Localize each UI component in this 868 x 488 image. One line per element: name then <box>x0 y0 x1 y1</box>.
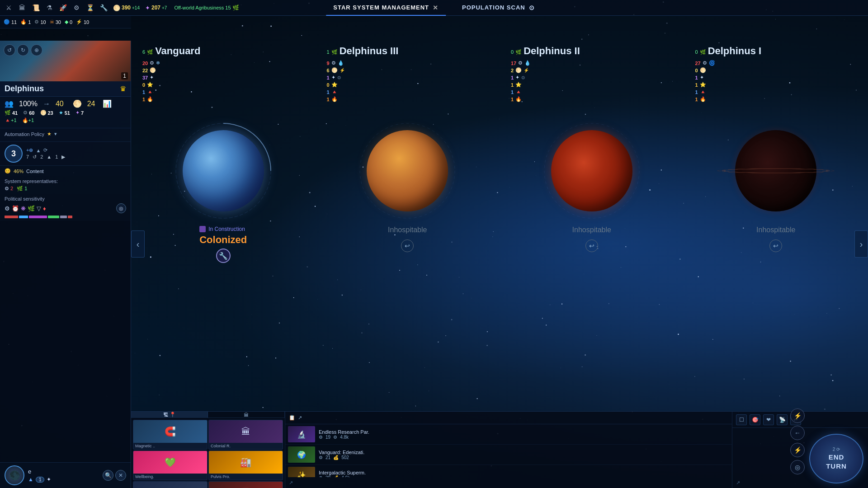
icon-flask[interactable]: ⚗ <box>44 3 54 13</box>
rsb-arrow-left[interactable]: ← <box>790 426 805 440</box>
stat-gear-val: 60 <box>29 110 34 116</box>
card-pulvis-label: Pulvis Pro. <box>209 474 283 480</box>
vanguard-name: Vanguard <box>155 45 200 57</box>
bm-expand-icon[interactable]: ↗ <box>298 415 302 421</box>
automation-text: Automation Policy <box>5 131 44 137</box>
delphinus2-sphere[interactable] <box>551 130 632 211</box>
rsb-lightning-2[interactable]: ⚡ <box>790 443 805 457</box>
automation-label: Automation Policy ★ ▾ <box>5 131 126 137</box>
card-bigdata[interactable]: 💾 Big Data S. <box>208 481 283 488</box>
delphinus1-sphere[interactable] <box>735 130 816 211</box>
delphinus3-name-row: 1 🌿 Delphinus III <box>327 45 399 59</box>
stat-energy: ⚡ 10 <box>76 19 89 25</box>
pol-seg-5 <box>60 216 67 218</box>
gear-val: 10 <box>40 19 46 25</box>
planet-column-delphinus3: 1 🌿 Delphinus III 9⚙💧 6🌕⚡ 1✦⊙ 0⭐ 1🔺 1🔥 I… <box>316 41 500 411</box>
icon-swords[interactable]: ⚔ <box>4 3 14 13</box>
bm-stat2-val-1: 4.8k <box>340 435 349 440</box>
main-content: 6 🌿 Vanguard 20⚙❄ 22🌕 37✦ 0⭐ 1🔺 1🔥 <box>131 41 868 411</box>
icon-building[interactable]: 🏛 <box>17 3 27 13</box>
turn-num: 2 ⟳ <box>833 447 840 452</box>
bottom-left-panel: 🏗📍 🏛 🧲 Magnetic .. 🏛 Colonial R. 💚 Wellb… <box>131 412 285 488</box>
gold-delta: +14 <box>132 5 140 10</box>
orbit-nav-1[interactable]: ↺ <box>4 44 15 56</box>
delphinus2-orbit <box>542 121 642 221</box>
bm-item-3[interactable]: ✨ Intergalactic Superm. ⚙ 39 💰 4.6k <box>285 465 732 477</box>
card-bigdata-img: 💾 <box>209 482 283 488</box>
morale-val: 24 <box>87 100 95 108</box>
icon-hourglass[interactable]: ⏳ <box>85 3 95 13</box>
system-reps-section: System representatives: ⚙ 2 🌿 1 <box>0 176 131 194</box>
pop-pct: 100% <box>19 100 38 108</box>
icon-settings[interactable]: ⚙ <box>71 3 81 13</box>
vanguard-stat-3: 37✦ <box>142 75 154 80</box>
end-turn-button[interactable]: 2 ⟳ END TURN <box>809 434 863 483</box>
icon-scroll[interactable]: 📜 <box>31 3 41 13</box>
br-tool-2[interactable]: 🎯 <box>750 414 760 425</box>
br-tool-1[interactable]: ☐ <box>736 414 747 425</box>
top-icons: ⚔ 🏛 📜 ⚗ 🚀 ⚙ ⏳ 🔧 <box>4 3 108 13</box>
bottom-tab-build[interactable]: 🏗📍 <box>131 412 208 418</box>
delphinus3-revert-btn[interactable]: ↩ <box>401 239 414 252</box>
avatar-search-btn[interactable]: 🔍 <box>103 470 113 481</box>
delphinus3-orbit <box>358 121 457 221</box>
bm-stat1-icon-2: ⚙ <box>319 455 323 460</box>
tab-star-system[interactable]: STAR SYSTEM MANAGEMENT ✕ <box>326 0 446 16</box>
bm-item-2[interactable]: 🌍 Vanguard: Edenizati. ⚙ 21 💰 502 <box>285 445 732 465</box>
happiness-label: Content <box>26 169 44 174</box>
bm-item-1[interactable]: 🔬 Endless Research Par. ⚙ 19 ⚙ 4.8k <box>285 424 732 445</box>
avatar-close-btn[interactable]: ✕ <box>115 470 126 481</box>
nav-left-button[interactable]: ‹ <box>131 230 145 258</box>
card-wellbeing-img: 💚 <box>133 451 207 474</box>
vanguard-stat-4: 0⭐ <box>142 82 153 88</box>
pol-seg-2 <box>19 216 28 218</box>
delphinus3-sphere[interactable] <box>367 130 448 211</box>
nav-right-button[interactable]: › <box>854 230 868 258</box>
delphinus1-revert-btn[interactable]: ↩ <box>769 239 782 252</box>
pol-icon-3: ❋ <box>21 205 26 212</box>
queue-row2: 7 ↺ 2 ▲ 1 ▶ <box>26 154 65 160</box>
icon-wrench[interactable]: 🔧 <box>99 3 108 13</box>
queue-arrows-val: 7 <box>26 154 29 160</box>
vanguard-sphere[interactable] <box>183 130 264 211</box>
br-tool-3[interactable]: ❤ <box>763 414 774 425</box>
pol-target-btn[interactable]: ◎ <box>116 203 126 213</box>
automation-star-icon[interactable]: ★ <box>47 131 52 137</box>
orbit-nav-2[interactable]: ↻ <box>17 44 29 56</box>
card-wellbeing[interactable]: 💚 Wellbeing. <box>133 450 208 480</box>
influence-delta: +7 <box>162 5 167 10</box>
card-colonial-label: Colonial R. <box>209 443 283 449</box>
rsb-lightning-1[interactable]: ⚡ <box>790 408 805 423</box>
modifier-row: 🔺+1 🔥+1 <box>5 117 126 123</box>
vanguard-stat-1: 20⚙❄ <box>142 60 160 66</box>
orbit-nav-3[interactable]: ⊕ <box>31 44 42 56</box>
br-tool-4[interactable]: 📡 <box>777 414 788 425</box>
construction-square-icon <box>199 226 206 232</box>
delphinus3-name: Delphinus III <box>340 45 399 57</box>
vanguard-wrench-btn[interactable]: 🔧 <box>216 249 231 263</box>
political-section: Political sensitivity ⚙ ⏰ ❋ 🌿 ▽ ♦ ◎ <box>0 194 131 221</box>
br-expand-icon[interactable]: ↗ <box>736 480 740 486</box>
morale-chart-icon[interactable]: 📊 <box>103 99 112 108</box>
delphinus2-revert-btn[interactable]: ↩ <box>585 239 598 252</box>
stat-gears: ⚙ 10 <box>34 19 46 25</box>
queue-right-val: 1 <box>55 154 58 160</box>
bottom-tab-buildings[interactable]: 🏛 <box>208 412 285 418</box>
avatar-level-badge: 1 <box>36 477 45 483</box>
card-pulvis[interactable]: 🏭 Pulvis Pro. <box>208 450 283 480</box>
card-impervio[interactable]: 🛡 Impervio.. <box>133 481 208 488</box>
card-colonial[interactable]: 🏛 Colonial R. <box>208 420 283 450</box>
queue-up-arrow: ▲ <box>47 154 52 160</box>
icon-rocket[interactable]: 🚀 <box>58 3 68 13</box>
stat-green-item: 🌿 41 <box>5 110 18 116</box>
card-magnetic[interactable]: 🧲 Magnetic .. <box>133 420 208 450</box>
tab-star-system-close[interactable]: ✕ <box>433 4 439 11</box>
system-reps-list: ⚙ 2 🌿 1 <box>5 186 126 192</box>
rsb-target[interactable]: ◎ <box>790 460 805 474</box>
delphinus1-status: Inhospitable ↩ <box>756 226 795 252</box>
bm-expand-bottom-icon[interactable]: ↗ <box>289 480 293 486</box>
automation-dropdown-icon[interactable]: ▾ <box>54 131 57 137</box>
delphinus3-inhospitable-label: Inhospitable <box>388 226 427 234</box>
bm-stat1-val-2: 21 <box>326 455 330 460</box>
tab-population-scan[interactable]: POPULATION SCAN ⊙ <box>455 0 542 16</box>
